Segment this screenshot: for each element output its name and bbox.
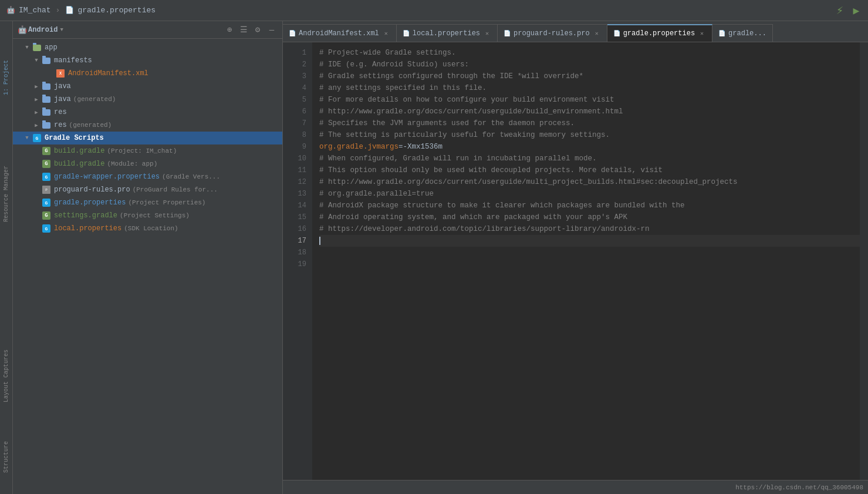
android-dropdown[interactable]: 🤖 Android ▼ xyxy=(18,25,63,35)
line-num-2: 2 xyxy=(283,59,312,70)
run-button[interactable]: ⚡ xyxy=(834,5,846,16)
line-num-9: 9 xyxy=(283,141,312,153)
tab-gradle-icon: 📄 xyxy=(613,30,620,37)
build-gradle-app-label: build.gradle xyxy=(54,160,104,168)
layout-icon-btn[interactable]: ☰ xyxy=(238,24,249,36)
java-gen-sublabel: (generated) xyxy=(73,96,116,103)
tab-local-props-close[interactable]: ✕ xyxy=(483,29,491,38)
pro-icon-proguard: P xyxy=(41,185,52,194)
dropdown-arrow: ▼ xyxy=(60,27,63,33)
line-num-12: 12 xyxy=(283,176,312,188)
tree-item-java-gen[interactable]: ▶ java (generated) xyxy=(13,93,282,106)
code-line-9: org.gradle.jvmargs=-Xmx1536m xyxy=(319,141,860,153)
tree-item-java[interactable]: ▶ java xyxy=(13,80,282,93)
settings-icon-btn[interactable]: ⚙ xyxy=(252,24,264,36)
g-icon-build-project: G xyxy=(41,146,52,156)
g-icon-settings: G xyxy=(41,211,52,220)
code-line-17[interactable] xyxy=(319,235,860,247)
line-num-10: 10 xyxy=(283,153,312,164)
gradle-wrapper-label: gradle-wrapper.properties xyxy=(54,173,160,181)
code-line-19 xyxy=(319,258,860,270)
tab-gradle-props[interactable]: 📄 gradle.properties ✕ xyxy=(607,24,712,42)
tab-androidmanifest-close[interactable]: ✕ xyxy=(382,29,390,38)
code-line-6: # http://www.gradle.org/docs/current/use… xyxy=(319,106,860,117)
tab-proguard-label: proguard-rules.pro xyxy=(514,29,590,38)
tab-gradle2[interactable]: 📄 gradle... xyxy=(712,24,773,42)
structure-tab-label[interactable]: Structure xyxy=(2,438,11,476)
tree-item-manifests[interactable]: ▼ manifests xyxy=(13,54,282,67)
status-url: https://blog.csdn.net/qq_36005498 xyxy=(735,484,863,491)
editor-area: 📄 AndroidManifest.xml ✕ 📄 local.properti… xyxy=(283,21,868,494)
gradle-scripts-icon: G xyxy=(32,133,42,143)
target-icon-btn[interactable]: ⊕ xyxy=(224,24,235,36)
close-icon-btn[interactable]: — xyxy=(266,24,278,36)
gradle-wrapper-icon: G xyxy=(41,172,52,182)
scroll-bar[interactable] xyxy=(860,42,868,480)
line-num-1: 1 xyxy=(283,47,312,59)
code-line-5: # For more details on how to configure y… xyxy=(319,94,860,106)
code-line-2: # IDE (e.g. Android Studio) users: xyxy=(319,59,860,70)
tree-item-proguard[interactable]: P proguard-rules.pro (ProGuard Rules for… xyxy=(13,183,282,196)
gradle-props-label: gradle.properties xyxy=(54,199,126,207)
tab-gradle-props-close[interactable]: ✕ xyxy=(698,29,706,38)
gradle-icon-local: G xyxy=(41,224,52,233)
folder-icon-res-gen xyxy=(41,120,52,130)
line-num-3: 3 xyxy=(283,70,312,82)
expand-arrow-res-gen: ▶ xyxy=(32,122,41,129)
tab-gradle-props-label: gradle.properties xyxy=(623,29,695,38)
tabs-bar: 📄 AndroidManifest.xml ✕ 📄 local.properti… xyxy=(283,21,868,42)
tab-androidmanifest-label: AndroidManifest.xml xyxy=(299,29,379,38)
panel-header: 🤖 Android ▼ ⊕ ☰ ⚙ — xyxy=(13,21,282,39)
code-line-1: # Project-wide Gradle settings. xyxy=(319,47,860,59)
code-editor[interactable]: 1 2 3 4 5 6 7 8 9 10 11 12 13 14 15 16 1… xyxy=(283,42,868,480)
folder-icon-manifests xyxy=(41,56,52,65)
code-line-14: # AndroidX package structure to make it … xyxy=(319,200,860,211)
tree-item-app[interactable]: ▼ app xyxy=(13,41,282,54)
tree-item-gradle-props[interactable]: G gradle.properties (Project Properties) xyxy=(13,196,282,209)
tree-item-gradle-wrapper[interactable]: G gradle-wrapper.properties (Gradle Vers… xyxy=(13,170,282,183)
line-numbers: 1 2 3 4 5 6 7 8 9 10 11 12 13 14 15 16 1… xyxy=(283,42,312,480)
line-num-16: 16 xyxy=(283,223,312,235)
gradle-scripts-label: Gradle Scripts xyxy=(45,134,104,142)
resource-manager-tab-label[interactable]: Resource Manager xyxy=(2,162,11,226)
code-line-13: # org.gradle.parallel=true xyxy=(319,188,860,200)
tree-item-res[interactable]: ▶ res xyxy=(13,106,282,119)
tab-xml-icon: 📄 xyxy=(289,30,296,37)
tree-item-gradle-scripts[interactable]: ▼ G Gradle Scripts xyxy=(13,132,282,144)
line-num-13: 13 xyxy=(283,188,312,200)
line-num-17: 17 xyxy=(283,235,312,247)
project-panel: 🤖 Android ▼ ⊕ ☰ ⚙ — ▼ app xyxy=(13,21,283,494)
layout-captures-tab-label[interactable]: Layout Captures xyxy=(2,346,11,406)
folder-icon-res xyxy=(41,107,52,117)
local-props-label: local.properties xyxy=(54,224,121,233)
tree-item-res-gen[interactable]: ▶ res (generated) xyxy=(13,119,282,132)
breadcrumb-separator: › xyxy=(56,6,60,15)
file-name: gradle.properties xyxy=(77,6,156,15)
android-icon: 🤖 xyxy=(6,6,15,15)
gradle-props-sublabel: (Project Properties) xyxy=(128,199,205,206)
title-bar: 🤖 IM_chat › 📄 gradle.properties ⚡ ▶ xyxy=(0,0,868,21)
tree-item-build-gradle-project[interactable]: G build.gradle (Project: IM_chat) xyxy=(13,144,282,157)
res-gen-sublabel: (generated) xyxy=(69,122,112,129)
breadcrumb: 🤖 IM_chat › 📄 gradle.properties xyxy=(6,6,156,15)
run-app-button[interactable]: ▶ xyxy=(850,5,862,16)
line-num-7: 7 xyxy=(283,117,312,129)
code-line-11: # This option should only be used with d… xyxy=(319,164,860,176)
tab-local-props[interactable]: 📄 local.properties ✕ xyxy=(397,24,498,42)
expand-arrow-java-gen: ▶ xyxy=(32,96,41,103)
tab-local-props-label: local.properties xyxy=(413,29,480,38)
code-line-8: # The setting is particularly useful for… xyxy=(319,129,860,141)
project-tab-label[interactable]: 1: Project xyxy=(2,56,11,99)
tree-item-build-gradle-app[interactable]: G build.gradle (Module: app) xyxy=(13,157,282,170)
code-content[interactable]: # Project-wide Gradle settings. # IDE (e… xyxy=(312,42,860,480)
java-gen-label: java xyxy=(54,95,71,103)
tab-proguard[interactable]: 📄 proguard-rules.pro ✕ xyxy=(498,24,607,42)
tree-item-local-props[interactable]: G local.properties (SDK Location) xyxy=(13,222,282,235)
res-gen-label: res xyxy=(54,121,67,129)
tab-androidmanifest[interactable]: 📄 AndroidManifest.xml ✕ xyxy=(283,24,397,42)
tree-item-settings-gradle[interactable]: G settings.gradle (Project Settings) xyxy=(13,209,282,222)
file-tree: ▼ app ▼ manifests X xyxy=(13,39,282,494)
tree-item-androidmanifest[interactable]: X AndroidManifest.xml xyxy=(13,67,282,80)
project-name: IM_chat xyxy=(19,6,51,15)
tab-proguard-close[interactable]: ✕ xyxy=(593,29,601,38)
